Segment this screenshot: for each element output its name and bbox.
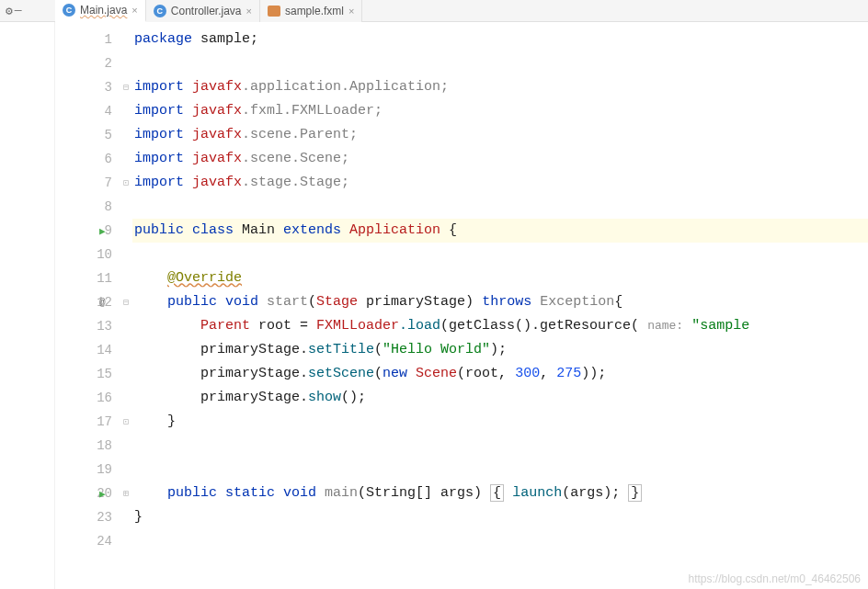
line-number: 10 — [55, 243, 120, 266]
code-line[interactable]: import javafx.fxml.FXMLLoader; — [132, 99, 868, 123]
java-class-icon: C — [154, 5, 166, 17]
tab-label: Main.java — [80, 4, 127, 17]
line-number: 11 — [55, 266, 120, 290]
code-line[interactable] — [132, 243, 868, 266]
fold-marker[interactable] — [120, 243, 132, 266]
code-line[interactable]: import javafx.application.Application; — [132, 75, 868, 99]
code-line[interactable]: } — [132, 410, 868, 434]
run-icon[interactable]: ▶ — [99, 488, 106, 500]
line-number: 8 — [55, 195, 120, 219]
fold-column: ⊟ ⊡ ⊟ ⊡ ⊞ — [120, 22, 132, 589]
code-editor[interactable]: package sample; import javafx.applicatio… — [132, 22, 868, 589]
settings-area[interactable]: ⚙ — — [0, 4, 55, 18]
line-number: 18 — [55, 434, 120, 458]
line-number: 14 — [55, 338, 120, 362]
code-line[interactable] — [132, 195, 868, 219]
code-line[interactable]: public class Main extends Application { — [132, 219, 868, 243]
fold-marker[interactable] — [120, 529, 132, 553]
fold-marker[interactable]: ⊡ — [120, 171, 132, 195]
code-line[interactable] — [132, 51, 868, 75]
close-icon[interactable]: × — [246, 6, 252, 17]
tab-controller-java[interactable]: C Controller.java × — [146, 0, 260, 22]
left-margin — [0, 22, 55, 589]
code-line[interactable]: import javafx.scene.Scene; — [132, 147, 868, 171]
java-class-icon: C — [63, 4, 75, 17]
watermark: https://blog.csdn.net/m0_46462506 — [689, 572, 861, 585]
tab-label: Controller.java — [171, 5, 242, 17]
fold-marker[interactable] — [120, 362, 132, 386]
line-number: 13 — [55, 314, 120, 338]
code-line[interactable]: package sample; — [132, 28, 868, 51]
line-number: 12@ — [55, 290, 120, 314]
fold-marker[interactable]: ⊟ — [120, 75, 132, 99]
line-number: 3 — [55, 75, 120, 99]
line-number: 1 — [55, 28, 120, 51]
fold-marker[interactable]: ⊟ — [120, 290, 132, 314]
line-number: 4 — [55, 99, 120, 123]
fold-marker[interactable] — [120, 51, 132, 75]
line-number: 19 — [55, 458, 120, 481]
fold-marker[interactable] — [120, 458, 132, 481]
line-number: 2 — [55, 51, 120, 75]
code-line[interactable]: primaryStage.setScene(new Scene(root, 30… — [132, 362, 868, 386]
code-line[interactable]: } — [132, 505, 868, 529]
code-line[interactable]: public void start(Stage primaryStage) th… — [132, 290, 868, 314]
fold-marker[interactable]: ⊞ — [120, 481, 132, 505]
fold-marker[interactable] — [120, 219, 132, 243]
fold-marker[interactable] — [120, 314, 132, 338]
code-line[interactable]: import javafx.scene.Parent; — [132, 123, 868, 147]
fold-marker[interactable] — [120, 338, 132, 362]
line-number: 16 — [55, 386, 120, 410]
code-line[interactable]: import javafx.stage.Stage; — [132, 171, 868, 195]
code-line[interactable]: primaryStage.show(); — [132, 386, 868, 410]
code-line[interactable]: Parent root = FXMLLoader.load(getClass()… — [132, 314, 868, 338]
run-icon[interactable]: ▶ — [99, 225, 106, 237]
gear-icon[interactable]: ⚙ — [6, 4, 13, 18]
editor-top-bar: ⚙ — C Main.java × C Controller.java × sa… — [0, 0, 868, 22]
code-line[interactable] — [132, 529, 868, 553]
close-icon[interactable]: × — [348, 6, 354, 17]
tab-label: sample.fxml — [285, 5, 344, 17]
fold-marker[interactable]: ⊡ — [120, 410, 132, 434]
code-line[interactable]: primaryStage.setTitle("Hello World"); — [132, 338, 868, 362]
line-number: 7 — [55, 171, 120, 195]
fold-marker[interactable] — [120, 386, 132, 410]
fxml-file-icon — [268, 6, 280, 17]
fold-marker[interactable] — [120, 266, 132, 290]
line-number: 23 — [55, 505, 120, 529]
code-line[interactable] — [132, 434, 868, 458]
line-number: 15 — [55, 362, 120, 386]
code-line[interactable]: @Override — [132, 266, 868, 290]
editor-area: 1 2 3 4 5 6 7 8 9▶ 10 11 12@ 13 14 15 16… — [0, 22, 868, 589]
line-number: 20▶ — [55, 481, 120, 505]
line-number-gutter: 1 2 3 4 5 6 7 8 9▶ 10 11 12@ 13 14 15 16… — [55, 22, 120, 589]
collapse-icon[interactable]: — — [15, 4, 22, 17]
fold-marker[interactable] — [120, 147, 132, 171]
fold-marker[interactable] — [120, 505, 132, 529]
line-number: 9▶ — [55, 219, 120, 243]
line-number: 24 — [55, 529, 120, 553]
fold-marker[interactable] — [120, 123, 132, 147]
override-icon[interactable]: @ — [99, 297, 106, 308]
line-number: 17 — [55, 410, 120, 434]
line-number: 6 — [55, 147, 120, 171]
fold-marker[interactable] — [120, 99, 132, 123]
editor-tabs: C Main.java × C Controller.java × sample… — [55, 0, 362, 22]
close-icon[interactable]: × — [131, 5, 137, 16]
tab-sample-fxml[interactable]: sample.fxml × — [260, 0, 362, 22]
fold-marker[interactable] — [120, 28, 132, 51]
code-line[interactable] — [132, 458, 868, 481]
line-number: 5 — [55, 123, 120, 147]
code-line[interactable]: public static void main(String[] args) {… — [132, 481, 868, 505]
fold-marker[interactable] — [120, 195, 132, 219]
tab-main-java[interactable]: C Main.java × — [55, 0, 146, 22]
fold-marker[interactable] — [120, 434, 132, 458]
